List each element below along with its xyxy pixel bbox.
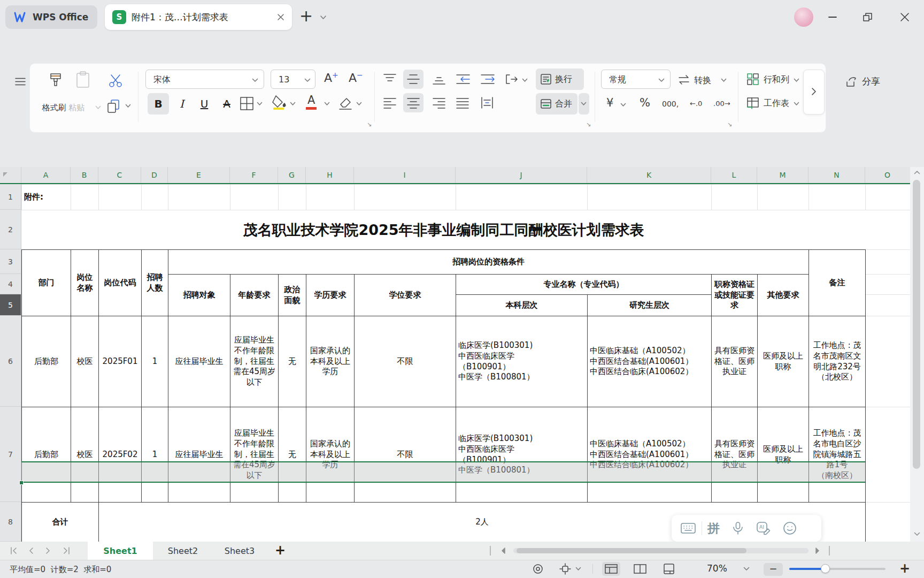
zoom-out-button[interactable]: −	[764, 563, 783, 576]
thousands-format-button[interactable]: 000,	[662, 100, 679, 108]
font-color-chevron-icon[interactable]	[324, 102, 330, 106]
close-window-button[interactable]	[900, 13, 909, 21]
document-tab[interactable]: S 附件1：茂…计划需求表	[105, 4, 292, 30]
avatar[interactable]	[794, 7, 813, 27]
cell[interactable]: 1	[142, 316, 168, 407]
column-header-g[interactable]: G	[278, 167, 306, 183]
column-header-o[interactable]: O	[865, 167, 910, 183]
paste-icon[interactable]	[75, 71, 91, 89]
align-bottom-icon[interactable]	[432, 73, 446, 86]
keyboard-icon[interactable]	[680, 522, 696, 535]
distributed-align-icon[interactable]	[480, 96, 494, 109]
hscroll-left-icon[interactable]	[500, 547, 506, 554]
header-headcount[interactable]: 招聘人数	[142, 250, 168, 316]
merge-cells-button[interactable]: 合并	[536, 93, 578, 115]
header-post-code[interactable]: 岗位代码	[99, 250, 142, 316]
header-bachelor[interactable]: 本科层次	[456, 295, 588, 316]
column-header-i[interactable]: I	[354, 167, 456, 183]
cell-attachment[interactable]: 附件:	[22, 185, 71, 210]
header-political[interactable]: 政治面貌	[279, 275, 306, 316]
currency-chevron-icon[interactable]	[620, 103, 626, 107]
minimize-button[interactable]	[828, 13, 837, 21]
row-header-4[interactable]: 4	[0, 274, 21, 294]
cell[interactable]: 1	[142, 407, 168, 503]
vertical-scroll-thumb[interactable]	[913, 180, 920, 469]
header-qualification[interactable]: 招聘岗位的资格条件	[168, 250, 809, 275]
cell[interactable]: 后勤部	[22, 316, 71, 407]
row-header-5-selected[interactable]: 5	[0, 294, 21, 316]
cell[interactable]: 不限	[355, 407, 456, 503]
wrap-text-button[interactable]: 换行	[536, 69, 584, 90]
center-position-icon[interactable]	[559, 563, 571, 575]
decrease-font-button[interactable]: A−	[349, 71, 363, 85]
sheet-tab-sheet2[interactable]: Sheet2	[156, 542, 210, 560]
rows-columns-label[interactable]: 行和列	[764, 74, 789, 86]
font-dialog-launcher-icon[interactable]: ↘	[367, 121, 372, 128]
visibility-icon[interactable]	[532, 564, 544, 574]
percent-format-button[interactable]: %	[640, 96, 650, 109]
align-middle-icon[interactable]	[406, 73, 420, 86]
ribbon-expand-button[interactable]	[803, 70, 825, 115]
cell[interactable]: 临床医学(B100301) 中西医临床医学 （B100901） 中医学（B100…	[456, 407, 588, 503]
cell[interactable]: 具有医师资格证、医师执业证	[712, 316, 758, 407]
header-cert[interactable]: 职称资格证或技能证要求	[712, 275, 758, 316]
convert-icon[interactable]	[677, 74, 691, 86]
font-color-icon[interactable]: A	[306, 93, 317, 110]
copy-chevron-icon[interactable]	[125, 104, 131, 108]
header-post-name[interactable]: 岗位名称	[71, 250, 99, 316]
italic-button[interactable]: I	[171, 93, 192, 115]
cell[interactable]: 应届毕业生不作年龄限制，往届生需在45周岁以下	[230, 407, 279, 503]
cell[interactable]: 2025F02	[99, 407, 142, 503]
sheet-tab-sheet3[interactable]: Sheet3	[213, 542, 266, 560]
align-left-icon[interactable]	[383, 96, 397, 109]
select-all-corner[interactable]	[0, 167, 21, 183]
cell[interactable]: 工作地点：茂名市电白区沙院镇海城路五路1号 （南校区）	[809, 407, 866, 503]
cell[interactable]: 国家承认的本科及以上学历	[306, 407, 355, 503]
row-header-3[interactable]: 3	[0, 249, 21, 274]
fill-color-chevron-icon[interactable]	[290, 102, 296, 106]
borders-icon[interactable]	[240, 96, 254, 111]
cell[interactable]: 中医临床基础（A100502） 中西医结合基础(A100601） 中西医结合临床…	[588, 316, 712, 407]
header-graduate[interactable]: 研究生层次	[588, 295, 712, 316]
header-target[interactable]: 招聘对象	[168, 275, 230, 316]
underline-button[interactable]: U	[194, 93, 215, 115]
zoom-level[interactable]: 70%	[707, 563, 727, 574]
paste-chevron-icon[interactable]	[95, 105, 101, 110]
header-degree[interactable]: 学位要求	[355, 275, 456, 316]
column-header-j[interactable]: J	[456, 167, 587, 183]
header-major[interactable]: 专业名称（专业代码）	[456, 275, 712, 295]
cell[interactable]: 无	[279, 407, 306, 503]
cell[interactable]: 临床医学(B100301) 中西医临床医学 （B100901） 中医学（B100…	[456, 316, 588, 407]
rows-columns-chevron-icon[interactable]	[794, 78, 799, 82]
clear-format-icon[interactable]	[338, 95, 353, 110]
scroll-up-icon[interactable]	[914, 170, 920, 174]
font-size-select[interactable]: 13	[271, 70, 315, 89]
microphone-icon[interactable]	[732, 521, 744, 535]
new-tab-button[interactable]: +	[299, 6, 313, 25]
scroll-down-icon[interactable]	[914, 532, 920, 536]
emoji-icon[interactable]	[783, 521, 797, 535]
cell[interactable]: 不限	[355, 316, 456, 407]
merge-chevron-icon[interactable]	[581, 102, 587, 106]
column-header-m[interactable]: M	[757, 167, 808, 183]
add-sheet-button[interactable]: +	[275, 543, 286, 558]
copy-icon[interactable]	[106, 98, 121, 113]
header-age[interactable]: 年龄要求	[230, 275, 279, 316]
cell[interactable]: 医师及以上职称	[758, 316, 809, 407]
tab-list-chevron-icon[interactable]	[320, 15, 327, 20]
strikethrough-button[interactable]: A	[216, 93, 237, 115]
increase-indent-icon[interactable]	[480, 73, 495, 86]
vertical-scrollbar[interactable]	[910, 167, 924, 542]
paste-label[interactable]: 粘贴	[68, 103, 84, 113]
column-header-a[interactable]: A	[21, 167, 71, 183]
cell[interactable]: 国家承认的本科及以上学历	[306, 316, 355, 407]
sheet-tab-sheet1[interactable]: Sheet1	[88, 542, 153, 560]
borders-chevron-icon[interactable]	[257, 102, 263, 106]
column-header-e[interactable]: E	[168, 167, 230, 183]
prev-sheet-icon[interactable]	[28, 546, 34, 555]
number-format-select[interactable]: 常规	[601, 70, 671, 89]
font-name-select[interactable]: 宋体	[145, 70, 264, 89]
selection-fill-handle[interactable]	[19, 481, 24, 485]
format-painter-icon[interactable]	[46, 71, 65, 90]
row-header-2[interactable]: 2	[0, 210, 21, 249]
